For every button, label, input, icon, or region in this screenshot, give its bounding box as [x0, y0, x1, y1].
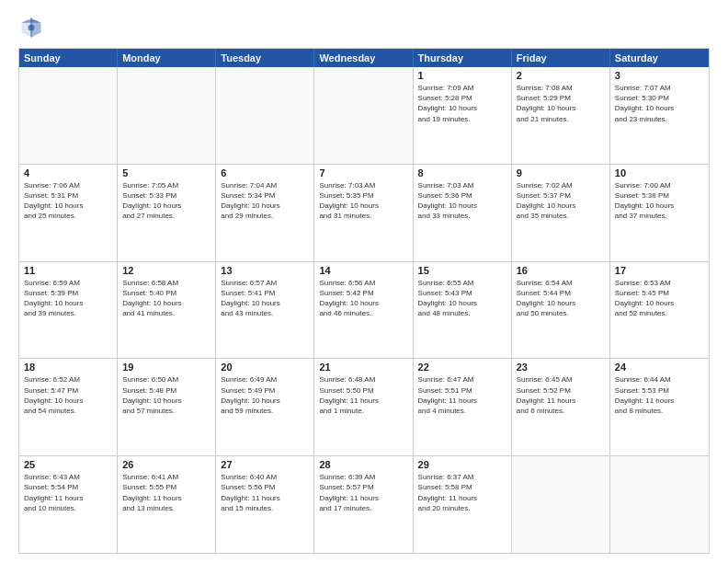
day-number: 5 — [122, 167, 210, 178]
day-info: Sunrise: 7:03 AM Sunset: 5:36 PM Dayligh… — [418, 180, 506, 222]
calendar-cell: 10Sunrise: 7:00 AM Sunset: 5:38 PM Dayli… — [610, 165, 709, 261]
day-number: 11 — [24, 265, 112, 276]
day-number: 10 — [615, 167, 704, 178]
day-info: Sunrise: 6:57 AM Sunset: 5:41 PM Dayligh… — [221, 278, 309, 319]
calendar-cell: 25Sunrise: 6:43 AM Sunset: 5:54 PM Dayli… — [19, 456, 118, 553]
day-info: Sunrise: 6:50 AM Sunset: 5:48 PM Dayligh… — [122, 374, 210, 416]
day-info: Sunrise: 6:55 AM Sunset: 5:43 PM Dayligh… — [418, 278, 506, 319]
calendar-header: SundayMondayTuesdayWednesdayThursdayFrid… — [19, 49, 709, 67]
calendar-header-cell: Thursday — [414, 49, 512, 67]
day-number: 29 — [418, 459, 506, 470]
calendar-cell: 17Sunrise: 6:53 AM Sunset: 5:45 PM Dayli… — [610, 262, 709, 359]
page: SundayMondayTuesdayWednesdayThursdayFrid… — [0, 0, 728, 563]
calendar-cell: 8Sunrise: 7:03 AM Sunset: 5:36 PM Daylig… — [414, 165, 512, 261]
day-number: 19 — [122, 362, 210, 373]
calendar-cell: 4Sunrise: 7:06 AM Sunset: 5:31 PM Daylig… — [19, 165, 118, 261]
calendar-cell: 9Sunrise: 7:02 AM Sunset: 5:37 PM Daylig… — [512, 165, 610, 261]
calendar-cell — [19, 67, 118, 164]
day-number: 3 — [615, 70, 704, 81]
calendar-cell — [610, 456, 709, 553]
day-number: 13 — [221, 265, 309, 276]
calendar-cell: 13Sunrise: 6:57 AM Sunset: 5:41 PM Dayli… — [216, 262, 314, 359]
day-info: Sunrise: 6:52 AM Sunset: 5:47 PM Dayligh… — [24, 374, 112, 416]
day-info: Sunrise: 6:48 AM Sunset: 5:50 PM Dayligh… — [319, 374, 407, 416]
day-number: 25 — [24, 459, 112, 470]
day-info: Sunrise: 6:56 AM Sunset: 5:42 PM Dayligh… — [319, 278, 407, 319]
calendar-cell: 12Sunrise: 6:58 AM Sunset: 5:40 PM Dayli… — [118, 262, 216, 359]
day-number: 23 — [517, 362, 605, 373]
calendar-week: 4Sunrise: 7:06 AM Sunset: 5:31 PM Daylig… — [19, 165, 709, 262]
day-number: 21 — [319, 362, 407, 373]
day-info: Sunrise: 6:58 AM Sunset: 5:40 PM Dayligh… — [122, 278, 210, 319]
day-number: 22 — [418, 362, 506, 373]
calendar-header-cell: Wednesday — [314, 49, 413, 67]
calendar-cell: 18Sunrise: 6:52 AM Sunset: 5:47 PM Dayli… — [19, 359, 118, 455]
calendar-week: 25Sunrise: 6:43 AM Sunset: 5:54 PM Dayli… — [19, 456, 709, 553]
calendar-cell: 23Sunrise: 6:45 AM Sunset: 5:52 PM Dayli… — [512, 359, 610, 455]
calendar-week: 11Sunrise: 6:59 AM Sunset: 5:39 PM Dayli… — [19, 262, 709, 360]
calendar-cell: 6Sunrise: 7:04 AM Sunset: 5:34 PM Daylig… — [216, 165, 314, 261]
day-number: 2 — [517, 70, 605, 81]
day-number: 12 — [122, 265, 210, 276]
calendar-cell: 19Sunrise: 6:50 AM Sunset: 5:48 PM Dayli… — [118, 359, 216, 455]
day-number: 4 — [24, 167, 112, 178]
calendar-body: 1Sunrise: 7:09 AM Sunset: 5:28 PM Daylig… — [19, 67, 709, 553]
day-info: Sunrise: 6:43 AM Sunset: 5:54 PM Dayligh… — [24, 472, 112, 513]
calendar-cell: 28Sunrise: 6:39 AM Sunset: 5:57 PM Dayli… — [314, 456, 413, 553]
day-number: 6 — [221, 167, 309, 178]
calendar-header-cell: Sunday — [19, 49, 118, 67]
calendar-cell: 15Sunrise: 6:55 AM Sunset: 5:43 PM Dayli… — [414, 262, 512, 359]
calendar-cell — [512, 456, 610, 553]
day-info: Sunrise: 7:03 AM Sunset: 5:35 PM Dayligh… — [319, 180, 407, 222]
day-number: 17 — [615, 265, 704, 276]
day-number: 26 — [122, 459, 210, 470]
day-info: Sunrise: 6:44 AM Sunset: 5:53 PM Dayligh… — [615, 374, 704, 416]
calendar-cell: 16Sunrise: 6:54 AM Sunset: 5:44 PM Dayli… — [512, 262, 610, 359]
calendar-cell: 27Sunrise: 6:40 AM Sunset: 5:56 PM Dayli… — [216, 456, 314, 553]
calendar-header-cell: Tuesday — [216, 49, 314, 67]
day-info: Sunrise: 7:05 AM Sunset: 5:33 PM Dayligh… — [122, 180, 210, 222]
calendar-cell — [216, 67, 314, 164]
day-info: Sunrise: 7:02 AM Sunset: 5:37 PM Dayligh… — [517, 180, 605, 222]
calendar-cell: 26Sunrise: 6:41 AM Sunset: 5:55 PM Dayli… — [118, 456, 216, 553]
calendar-cell: 21Sunrise: 6:48 AM Sunset: 5:50 PM Dayli… — [314, 359, 413, 455]
day-number: 1 — [418, 70, 506, 81]
calendar-cell: 11Sunrise: 6:59 AM Sunset: 5:39 PM Dayli… — [19, 262, 118, 359]
day-number: 20 — [221, 362, 309, 373]
calendar-cell — [118, 67, 216, 164]
day-info: Sunrise: 7:08 AM Sunset: 5:29 PM Dayligh… — [517, 83, 605, 124]
calendar-week: 1Sunrise: 7:09 AM Sunset: 5:28 PM Daylig… — [19, 67, 709, 165]
calendar-cell: 22Sunrise: 6:47 AM Sunset: 5:51 PM Dayli… — [414, 359, 512, 455]
day-info: Sunrise: 7:06 AM Sunset: 5:31 PM Dayligh… — [24, 180, 112, 222]
day-info: Sunrise: 6:40 AM Sunset: 5:56 PM Dayligh… — [221, 472, 309, 513]
calendar-cell: 24Sunrise: 6:44 AM Sunset: 5:53 PM Dayli… — [610, 359, 709, 455]
day-number: 24 — [615, 362, 704, 373]
svg-point-2 — [28, 25, 35, 31]
day-info: Sunrise: 7:04 AM Sunset: 5:34 PM Dayligh… — [221, 180, 309, 222]
calendar-header-cell: Saturday — [610, 49, 709, 67]
day-info: Sunrise: 6:39 AM Sunset: 5:57 PM Dayligh… — [319, 472, 407, 513]
day-number: 16 — [517, 265, 605, 276]
day-number: 9 — [517, 167, 605, 178]
calendar-header-cell: Monday — [118, 49, 216, 67]
day-info: Sunrise: 7:07 AM Sunset: 5:30 PM Dayligh… — [615, 83, 704, 124]
calendar-week: 18Sunrise: 6:52 AM Sunset: 5:47 PM Dayli… — [19, 359, 709, 456]
day-info: Sunrise: 6:53 AM Sunset: 5:45 PM Dayligh… — [615, 278, 704, 319]
day-info: Sunrise: 6:45 AM Sunset: 5:52 PM Dayligh… — [517, 374, 605, 416]
day-number: 14 — [319, 265, 407, 276]
day-number: 15 — [418, 265, 506, 276]
calendar-cell: 7Sunrise: 7:03 AM Sunset: 5:35 PM Daylig… — [314, 165, 413, 261]
calendar-header-cell: Friday — [512, 49, 610, 67]
day-info: Sunrise: 6:47 AM Sunset: 5:51 PM Dayligh… — [418, 374, 506, 416]
calendar-cell: 2Sunrise: 7:08 AM Sunset: 5:29 PM Daylig… — [512, 67, 610, 164]
day-number: 8 — [418, 167, 506, 178]
logo-icon — [18, 15, 44, 40]
day-number: 7 — [319, 167, 407, 178]
day-number: 18 — [24, 362, 112, 373]
calendar-cell: 1Sunrise: 7:09 AM Sunset: 5:28 PM Daylig… — [414, 67, 512, 164]
calendar: SundayMondayTuesdayWednesdayThursdayFrid… — [18, 48, 710, 554]
calendar-cell: 29Sunrise: 6:37 AM Sunset: 5:58 PM Dayli… — [414, 456, 512, 553]
calendar-cell — [314, 67, 413, 164]
day-info: Sunrise: 6:49 AM Sunset: 5:49 PM Dayligh… — [221, 374, 309, 416]
day-number: 28 — [319, 459, 407, 470]
